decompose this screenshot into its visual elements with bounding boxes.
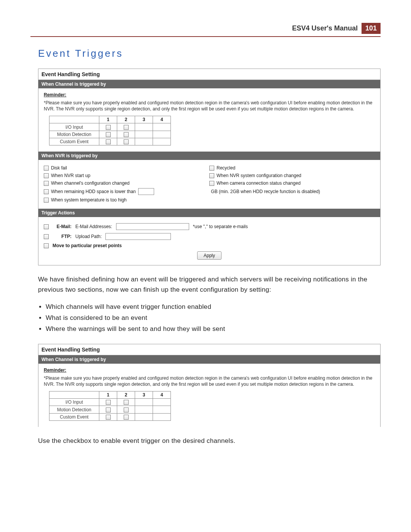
channel-trigger-bar: When Channel is triggered by: [38, 80, 380, 88]
checkbox[interactable]: [209, 173, 214, 178]
paragraph-2: Use the checkbox to enable event trigger…: [38, 436, 381, 446]
opt-chanconfig: When channel's configuration changed: [51, 181, 129, 186]
checkbox[interactable]: [106, 132, 111, 137]
channel-trigger-bar-2: When Channel is triggered by: [38, 355, 380, 364]
manual-title: ESV4 User's Manual: [292, 24, 362, 32]
reminder-label: Reminder:: [44, 92, 66, 97]
checkbox[interactable]: [209, 166, 214, 171]
checkbox[interactable]: [124, 125, 129, 130]
checkbox[interactable]: [106, 415, 111, 420]
checkbox[interactable]: [209, 181, 214, 186]
paragraph-1: We have finished defining how an event w…: [38, 275, 381, 295]
opt-diskfail: Disk fail: [51, 165, 67, 171]
row-motion: Motion Detection: [49, 131, 99, 138]
col-2: 2: [117, 116, 135, 123]
ftp-field-label: Upload Path:: [75, 234, 102, 239]
checkbox[interactable]: [44, 189, 49, 194]
checkbox[interactable]: [106, 407, 111, 412]
checkbox[interactable]: [124, 415, 129, 420]
checkbox[interactable]: [124, 407, 129, 412]
reminder-label-2: Reminder:: [44, 367, 66, 373]
col-4: 4: [153, 116, 171, 123]
checkbox[interactable]: [44, 243, 49, 248]
row-custom: Custom Event: [49, 138, 99, 145]
channel-table: 1 2 3 4 I/O Input Motion Detection: [49, 116, 171, 145]
panel-title-2: Event Handling Setting: [38, 344, 380, 355]
opt-hdd-r: GB (min. 2GB when HDD recycle function i…: [211, 189, 320, 194]
ftp-input[interactable]: [105, 233, 171, 240]
email-input[interactable]: [116, 223, 189, 230]
panel-title: Event Handling Setting: [38, 69, 380, 80]
bullet-2: What is considered to be an event: [46, 313, 381, 324]
opt-camstatus: When camera connection status changed: [217, 181, 301, 186]
checkbox[interactable]: [106, 139, 111, 144]
checkbox[interactable]: [106, 400, 111, 405]
event-handling-panel-2: Event Handling Setting When Channel is t…: [38, 344, 381, 427]
opt-temp: When system temperature is too high: [51, 197, 127, 203]
checkbox[interactable]: [124, 400, 129, 405]
reminder-text: *Please make sure you have properly enab…: [44, 100, 375, 112]
preset-label: Move to particular preset points: [53, 243, 122, 248]
page-header: ESV4 User's Manual 101: [30, 23, 381, 37]
opt-startup: When NVR start up: [51, 173, 90, 178]
col-1: 1: [99, 116, 117, 123]
channel-table-2: 1 2 3 4 I/O Input Motion Detection: [49, 391, 171, 421]
hdd-input[interactable]: [138, 188, 154, 195]
checkbox[interactable]: [44, 166, 49, 171]
nvr-options: Disk fail Recycled When NVR start up Whe…: [38, 160, 380, 209]
opt-sysconfig: When NVR system configuration changed: [217, 173, 301, 178]
apply-button[interactable]: Apply: [197, 251, 221, 260]
email-field-label: E-Mail Addresses:: [75, 224, 112, 229]
page-number: 101: [362, 23, 381, 34]
bullet-list: Which channels will have event trigger f…: [46, 302, 381, 335]
checkbox[interactable]: [44, 198, 49, 203]
row-io: I/O Input: [49, 123, 99, 131]
reminder-text-2: *Please make sure you have properly enab…: [44, 375, 375, 387]
checkbox[interactable]: [44, 173, 49, 178]
email-label: E-Mail:: [53, 224, 72, 229]
ftp-label: FTP:: [53, 234, 72, 239]
email-note: *use "," to separate e-mails: [193, 224, 248, 229]
checkbox[interactable]: [106, 125, 111, 130]
checkbox[interactable]: [44, 181, 49, 186]
nvr-trigger-bar: When NVR is triggered by: [38, 152, 380, 160]
event-handling-panel: Event Handling Setting When Channel is t…: [38, 69, 381, 265]
opt-hdd-l: When remaining HDD space is lower than: [51, 189, 136, 194]
col-3: 3: [135, 116, 153, 123]
opt-recycled: Recycled: [217, 165, 235, 171]
reminder-block-2: Reminder: *Please make sure you have pro…: [38, 364, 380, 427]
checkbox[interactable]: [44, 234, 49, 239]
bullet-1: Which channels will have event trigger f…: [46, 302, 381, 313]
checkbox[interactable]: [124, 132, 129, 137]
reminder-block: Reminder: *Please make sure you have pro…: [38, 88, 380, 152]
section-heading: Event Triggers: [38, 48, 381, 59]
checkbox[interactable]: [124, 139, 129, 144]
trigger-actions-bar: Trigger Actions: [38, 209, 380, 217]
bullet-3: Where the warnings will be sent to and h…: [46, 324, 381, 335]
checkbox[interactable]: [44, 224, 49, 229]
trigger-actions: E-Mail: E-Mail Addresses: *use "," to se…: [38, 217, 380, 265]
